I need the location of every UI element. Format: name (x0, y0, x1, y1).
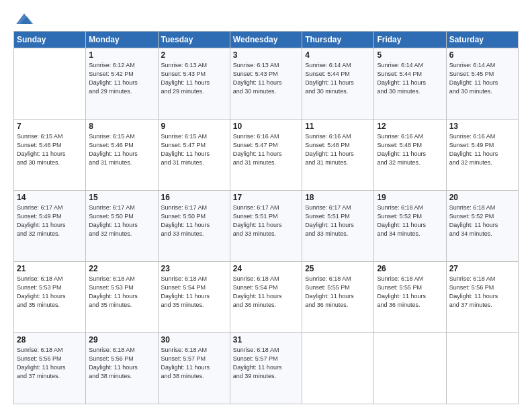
calendar-cell (14, 48, 86, 120)
calendar-cell: 7Sunrise: 6:15 AM Sunset: 5:46 PM Daylig… (14, 120, 86, 191)
day-number: 6 (449, 50, 515, 60)
day-number: 7 (17, 122, 83, 131)
calendar-cell (302, 333, 374, 404)
day-info: Sunrise: 6:17 AM Sunset: 5:49 PM Dayligh… (17, 203, 83, 238)
calendar-cell: 12Sunrise: 6:16 AM Sunset: 5:48 PM Dayli… (374, 120, 446, 191)
day-info: Sunrise: 6:18 AM Sunset: 5:52 PM Dayligh… (449, 203, 515, 238)
day-info: Sunrise: 6:18 AM Sunset: 5:53 PM Dayligh… (17, 275, 83, 310)
day-info: Sunrise: 6:18 AM Sunset: 5:55 PM Dayligh… (305, 275, 371, 310)
calendar-cell: 25Sunrise: 6:18 AM Sunset: 5:55 PM Dayli… (302, 262, 374, 333)
calendar-cell (374, 333, 446, 404)
calendar-cell: 31Sunrise: 6:18 AM Sunset: 5:57 PM Dayli… (230, 333, 302, 404)
calendar-cell: 26Sunrise: 6:18 AM Sunset: 5:55 PM Dayli… (374, 262, 446, 333)
day-info: Sunrise: 6:17 AM Sunset: 5:50 PM Dayligh… (89, 203, 154, 238)
day-number: 1 (89, 50, 154, 60)
day-info: Sunrise: 6:17 AM Sunset: 5:50 PM Dayligh… (161, 203, 227, 238)
calendar-cell: 24Sunrise: 6:18 AM Sunset: 5:54 PM Dayli… (230, 262, 302, 333)
day-number: 10 (233, 122, 299, 131)
calendar-week-row: 14Sunrise: 6:17 AM Sunset: 5:49 PM Dayli… (14, 191, 519, 262)
day-number: 19 (377, 193, 443, 202)
day-info: Sunrise: 6:17 AM Sunset: 5:51 PM Dayligh… (305, 203, 371, 238)
calendar-cell: 21Sunrise: 6:18 AM Sunset: 5:53 PM Dayli… (14, 262, 86, 333)
logo (13, 12, 34, 24)
day-info: Sunrise: 6:12 AM Sunset: 5:42 PM Dayligh… (89, 61, 154, 96)
calendar-cell: 17Sunrise: 6:17 AM Sunset: 5:51 PM Dayli… (230, 191, 302, 262)
weekday-header-wednesday: Wednesday (230, 32, 302, 48)
calendar-cell: 28Sunrise: 6:18 AM Sunset: 5:56 PM Dayli… (14, 333, 86, 404)
day-info: Sunrise: 6:16 AM Sunset: 5:47 PM Dayligh… (233, 132, 299, 167)
calendar-cell: 19Sunrise: 6:18 AM Sunset: 5:52 PM Dayli… (374, 191, 446, 262)
day-number: 13 (449, 122, 515, 131)
weekday-header-saturday: Saturday (446, 32, 518, 48)
day-info: Sunrise: 6:15 AM Sunset: 5:46 PM Dayligh… (89, 132, 154, 167)
weekday-header-sunday: Sunday (14, 32, 86, 48)
calendar-cell: 5Sunrise: 6:14 AM Sunset: 5:44 PM Daylig… (374, 48, 446, 120)
calendar-header-row: SundayMondayTuesdayWednesdayThursdayFrid… (14, 32, 519, 48)
day-number: 8 (89, 122, 154, 131)
calendar-cell: 29Sunrise: 6:18 AM Sunset: 5:56 PM Dayli… (86, 333, 158, 404)
day-number: 23 (161, 264, 227, 273)
day-info: Sunrise: 6:13 AM Sunset: 5:43 PM Dayligh… (161, 61, 227, 96)
calendar-cell: 14Sunrise: 6:17 AM Sunset: 5:49 PM Dayli… (14, 191, 86, 262)
calendar-cell: 3Sunrise: 6:13 AM Sunset: 5:43 PM Daylig… (230, 48, 302, 120)
calendar-week-row: 21Sunrise: 6:18 AM Sunset: 5:53 PM Dayli… (14, 262, 519, 333)
day-number: 4 (305, 50, 371, 60)
day-info: Sunrise: 6:16 AM Sunset: 5:48 PM Dayligh… (305, 132, 371, 167)
day-number: 24 (233, 264, 299, 273)
day-number: 5 (377, 50, 443, 60)
day-number: 9 (161, 122, 227, 131)
day-number: 28 (17, 335, 83, 345)
calendar-cell: 27Sunrise: 6:18 AM Sunset: 5:56 PM Dayli… (446, 262, 518, 333)
day-number: 26 (377, 264, 443, 273)
day-number: 22 (89, 264, 154, 273)
day-number: 15 (89, 193, 154, 202)
weekday-header-tuesday: Tuesday (158, 32, 230, 48)
calendar-cell: 4Sunrise: 6:14 AM Sunset: 5:44 PM Daylig… (302, 48, 374, 120)
day-info: Sunrise: 6:13 AM Sunset: 5:43 PM Dayligh… (233, 61, 299, 96)
calendar-week-row: 7Sunrise: 6:15 AM Sunset: 5:46 PM Daylig… (14, 120, 519, 191)
calendar-cell: 22Sunrise: 6:18 AM Sunset: 5:53 PM Dayli… (86, 262, 158, 333)
day-number: 3 (233, 50, 299, 60)
day-info: Sunrise: 6:17 AM Sunset: 5:51 PM Dayligh… (233, 203, 299, 238)
day-number: 20 (449, 193, 515, 202)
day-info: Sunrise: 6:18 AM Sunset: 5:55 PM Dayligh… (377, 275, 443, 310)
calendar-cell: 9Sunrise: 6:15 AM Sunset: 5:47 PM Daylig… (158, 120, 230, 191)
day-number: 11 (305, 122, 371, 131)
day-info: Sunrise: 6:14 AM Sunset: 5:44 PM Dayligh… (305, 61, 371, 96)
day-info: Sunrise: 6:16 AM Sunset: 5:49 PM Dayligh… (449, 132, 515, 167)
day-info: Sunrise: 6:14 AM Sunset: 5:45 PM Dayligh… (449, 61, 515, 96)
calendar-cell: 23Sunrise: 6:18 AM Sunset: 5:54 PM Dayli… (158, 262, 230, 333)
calendar-cell: 13Sunrise: 6:16 AM Sunset: 5:49 PM Dayli… (446, 120, 518, 191)
day-info: Sunrise: 6:18 AM Sunset: 5:54 PM Dayligh… (161, 275, 227, 310)
day-info: Sunrise: 6:18 AM Sunset: 5:57 PM Dayligh… (161, 346, 227, 381)
day-number: 27 (449, 264, 515, 273)
day-info: Sunrise: 6:16 AM Sunset: 5:48 PM Dayligh… (377, 132, 443, 167)
day-number: 16 (161, 193, 227, 202)
calendar-cell: 8Sunrise: 6:15 AM Sunset: 5:46 PM Daylig… (86, 120, 158, 191)
day-number: 12 (377, 122, 443, 131)
calendar-cell: 30Sunrise: 6:18 AM Sunset: 5:57 PM Dayli… (158, 333, 230, 404)
day-number: 25 (305, 264, 371, 273)
day-number: 21 (17, 264, 83, 273)
day-info: Sunrise: 6:18 AM Sunset: 5:54 PM Dayligh… (233, 275, 299, 310)
day-number: 31 (233, 335, 299, 345)
day-info: Sunrise: 6:15 AM Sunset: 5:46 PM Dayligh… (17, 132, 83, 167)
calendar-cell: 6Sunrise: 6:14 AM Sunset: 5:45 PM Daylig… (446, 48, 518, 120)
day-info: Sunrise: 6:18 AM Sunset: 5:56 PM Dayligh… (89, 346, 154, 381)
calendar-cell: 11Sunrise: 6:16 AM Sunset: 5:48 PM Dayli… (302, 120, 374, 191)
day-info: Sunrise: 6:18 AM Sunset: 5:56 PM Dayligh… (17, 346, 83, 381)
day-number: 2 (161, 50, 227, 60)
weekday-header-friday: Friday (374, 32, 446, 48)
day-info: Sunrise: 6:18 AM Sunset: 5:53 PM Dayligh… (89, 275, 154, 310)
calendar-week-row: 28Sunrise: 6:18 AM Sunset: 5:56 PM Dayli… (14, 333, 519, 404)
day-info: Sunrise: 6:14 AM Sunset: 5:44 PM Dayligh… (377, 61, 443, 96)
page: SundayMondayTuesdayWednesdayThursdayFrid… (0, 0, 532, 411)
calendar-cell (446, 333, 518, 404)
calendar-cell: 20Sunrise: 6:18 AM Sunset: 5:52 PM Dayli… (446, 191, 518, 262)
day-number: 30 (161, 335, 227, 345)
calendar-cell: 15Sunrise: 6:17 AM Sunset: 5:50 PM Dayli… (86, 191, 158, 262)
day-number: 14 (17, 193, 83, 202)
day-number: 18 (305, 193, 371, 202)
calendar-cell: 2Sunrise: 6:13 AM Sunset: 5:43 PM Daylig… (158, 48, 230, 120)
day-info: Sunrise: 6:18 AM Sunset: 5:57 PM Dayligh… (233, 346, 299, 381)
